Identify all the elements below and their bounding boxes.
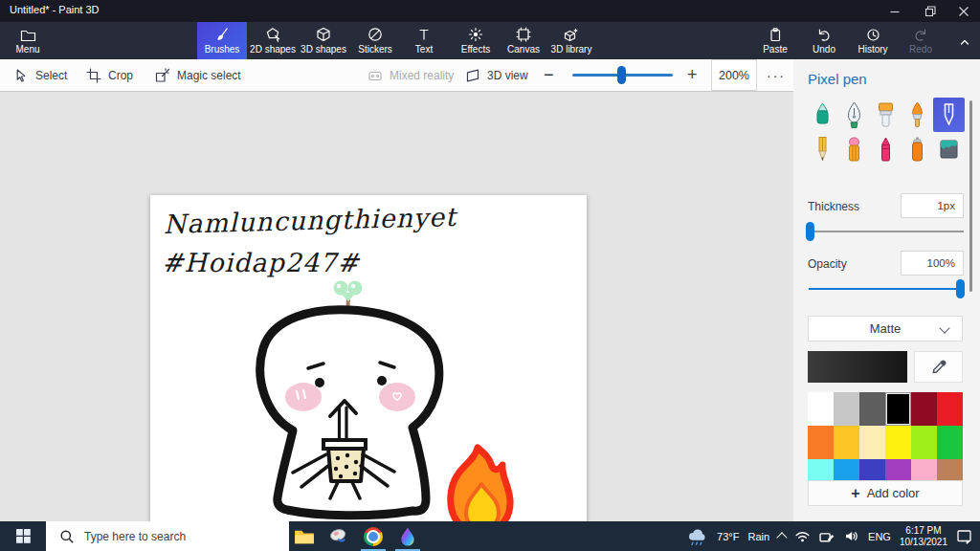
zoom-level-box[interactable]: 200% — [711, 59, 757, 91]
taskbar-search[interactable] — [46, 521, 289, 551]
redo-button[interactable]: Redo — [901, 22, 941, 59]
brush-oil-brush[interactable] — [902, 98, 933, 132]
menu-label: Menu — [15, 44, 39, 55]
thickness-slider-thumb[interactable] — [806, 222, 814, 241]
restore-icon — [923, 4, 938, 19]
brush-pixel-pen-selected[interactable] — [933, 98, 965, 132]
menu-folder-icon — [20, 27, 36, 42]
color-swatch-cream[interactable] — [859, 426, 885, 459]
mixed-reality-tool[interactable]: Mixed reality — [368, 59, 454, 91]
current-color-swatch[interactable] — [808, 351, 907, 383]
maximize-button[interactable] — [912, 0, 947, 22]
tab-3d-library[interactable]: 3D library — [546, 22, 596, 59]
tab-effects[interactable]: Effects — [451, 22, 501, 59]
opacity-slider-thumb[interactable] — [956, 279, 965, 298]
file-explorer-button[interactable] — [287, 521, 322, 551]
history-button[interactable]: History — [850, 22, 896, 59]
taskbar-clock[interactable]: 6:17 PM 10/13/2021 — [900, 525, 947, 547]
zoom-in-button[interactable]: + — [687, 59, 698, 91]
color-swatch-orange[interactable] — [808, 426, 834, 459]
color-swatch-green[interactable] — [937, 426, 963, 459]
drawing-canvas[interactable]: Namluncungthienyet #Hoidap247# — [150, 195, 587, 539]
start-button[interactable] — [0, 521, 46, 551]
minimize-button[interactable] — [878, 0, 912, 22]
show-hidden-icons-chevron[interactable] — [776, 532, 787, 542]
tab-brushes[interactable]: Brushes — [197, 22, 247, 59]
material-dropdown[interactable]: Matte — [808, 316, 963, 342]
close-button[interactable] — [947, 0, 980, 22]
weather-desc[interactable]: Rain — [747, 531, 769, 542]
select-tool[interactable]: Select — [13, 59, 67, 91]
oil-brush-icon — [904, 100, 930, 129]
zoom-slider-thumb[interactable] — [617, 66, 626, 84]
undo-button[interactable]: Undo — [804, 22, 844, 59]
fill-bucket-icon — [936, 135, 962, 164]
more-options-button[interactable]: ··· — [761, 59, 791, 91]
paint-3d-button[interactable] — [390, 521, 425, 551]
workspace-background: Namluncungthienyet #Hoidap247# — [0, 92, 793, 521]
color-swatch-black-selected[interactable] — [885, 392, 911, 426]
action-center-icon[interactable] — [956, 529, 972, 544]
tab-text[interactable]: Text — [399, 22, 449, 59]
brush-eraser[interactable] — [838, 132, 870, 166]
select-label: Select — [35, 69, 67, 82]
color-swatch-dark-red[interactable] — [911, 392, 937, 426]
language-indicator[interactable]: ENG — [868, 531, 891, 542]
crop-label: Crop — [108, 69, 133, 82]
chrome-button[interactable] — [356, 521, 390, 551]
zoom-out-button[interactable]: − — [544, 59, 554, 91]
material-value: Matte — [870, 321, 902, 336]
opacity-slider-track[interactable] — [809, 288, 964, 290]
speaker-icon[interactable] — [844, 529, 859, 543]
opacity-input[interactable] — [901, 251, 964, 276]
color-swatch-white[interactable] — [808, 392, 834, 426]
tab-3d-shapes[interactable]: 3D shapes — [299, 22, 348, 59]
weather-temp[interactable]: 73°F — [717, 531, 739, 542]
search-input[interactable] — [82, 529, 268, 544]
brush-spray-can[interactable] — [902, 132, 933, 166]
panel-scrollbar[interactable] — [969, 100, 972, 292]
effects-icon — [468, 27, 483, 42]
add-color-button[interactable]: + Add color — [808, 480, 963, 506]
crayon-icon — [873, 135, 899, 164]
color-swatch-red[interactable] — [937, 392, 963, 426]
brush-paint-brush[interactable] — [870, 98, 902, 132]
mixed-reality-icon — [368, 68, 383, 83]
file-explorer-icon — [294, 528, 315, 545]
magic-select-tool[interactable]: Magic select — [155, 59, 241, 91]
crop-tool[interactable]: Crop — [86, 59, 133, 91]
brush-calligraphy-pen[interactable] — [838, 98, 870, 132]
tab-3d-shapes-label: 3D shapes — [301, 44, 346, 55]
menu-button[interactable]: Menu — [6, 22, 50, 59]
brush-marker[interactable] — [807, 98, 838, 132]
weather-icon[interactable] — [687, 527, 708, 546]
text-icon — [416, 27, 432, 42]
brush-settings-panel: Pixel pen — [793, 59, 980, 521]
paint-3d-icon — [398, 526, 417, 547]
tab-stickers[interactable]: Stickers — [350, 22, 400, 59]
tab-2d-shapes[interactable]: 2D shapes — [248, 22, 298, 59]
thickness-slider-track[interactable] — [809, 231, 964, 232]
touch-keyboard-icon[interactable] — [819, 529, 835, 543]
eyedropper-button[interactable] — [914, 351, 963, 383]
brush-crayon[interactable] — [870, 132, 902, 166]
thickness-input[interactable] — [901, 193, 964, 218]
color-swatch-lime[interactable] — [911, 426, 937, 459]
pinned-app-button[interactable] — [322, 521, 356, 551]
color-swatch-light-gray[interactable] — [834, 392, 859, 426]
3d-view-tool[interactable]: 3D view — [465, 59, 528, 91]
color-swatch-gold[interactable] — [834, 426, 859, 459]
taskbar: 73°F Rain ENG 6:17 PM 10/13/2021 — [0, 521, 980, 551]
color-swatch-yellow[interactable] — [885, 426, 911, 459]
brush-fill-bucket[interactable] — [933, 132, 965, 166]
tab-canvas[interactable]: Canvas — [499, 22, 548, 59]
color-swatch-gray[interactable] — [859, 392, 885, 426]
collapse-ribbon-button[interactable] — [951, 22, 978, 59]
wifi-icon[interactable] — [794, 529, 811, 543]
3d-view-label: 3D view — [487, 69, 528, 82]
paste-icon — [768, 27, 783, 42]
brush-pencil[interactable] — [807, 132, 838, 166]
paste-button[interactable]: Paste — [754, 22, 796, 59]
system-tray: 73°F Rain ENG 6:17 PM 10/13/2021 — [687, 521, 980, 551]
minimize-icon — [887, 4, 902, 19]
